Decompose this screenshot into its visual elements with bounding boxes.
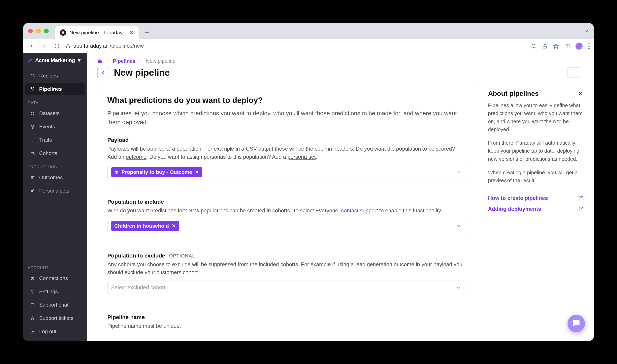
sliders-icon <box>30 175 36 180</box>
how-to-create-link[interactable]: How to create pipelines <box>488 195 583 201</box>
sidepanel-icon[interactable] <box>564 43 570 49</box>
svg-marker-4 <box>554 44 558 48</box>
zoom-icon[interactable] <box>531 43 537 49</box>
contact-support-link[interactable]: contact support <box>341 208 378 214</box>
close-window-button[interactable] <box>28 29 33 33</box>
new-tab-button[interactable]: ＋ <box>143 27 150 37</box>
payload-select[interactable]: Propensity to buy - Outcome ✕ <box>107 165 465 179</box>
adding-deployments-link[interactable]: Adding deployments <box>488 206 583 212</box>
close-panel-button[interactable]: ✕ <box>578 90 583 97</box>
browser-menu-icon[interactable] <box>588 43 590 49</box>
chevron-down-icon <box>456 170 461 175</box>
back-button[interactable] <box>97 67 109 78</box>
tab-overflow-icon[interactable] <box>583 28 589 34</box>
svg-point-44 <box>118 171 118 171</box>
caret-down-icon: ▾ <box>78 57 80 63</box>
filter-icon <box>30 138 36 142</box>
sidebar-item-cohorts[interactable]: Cohorts <box>25 147 85 159</box>
globe-icon <box>30 316 36 321</box>
sidebar-item-pipelines[interactable]: Pipelines <box>25 83 85 95</box>
favicon-icon: // <box>60 29 66 36</box>
chevron-down-icon <box>456 223 461 229</box>
breadcrumb-pipelines[interactable]: Pipelines <box>113 58 136 64</box>
about-panel: About pipelines ✕ Pipelines allow you to… <box>488 86 583 341</box>
browser-toolbar: app.faraday.ai/pipelines/new <box>23 39 594 53</box>
chevron-right-icon: › <box>107 58 108 64</box>
share-icon[interactable] <box>542 43 548 49</box>
window-controls <box>28 29 49 33</box>
about-p2: From there, Faraday will automatically k… <box>488 139 583 163</box>
sidebar-item-logout[interactable]: Log out <box>25 326 85 337</box>
svg-rect-19 <box>31 114 32 115</box>
include-chip[interactable]: Children in household ✕ <box>111 221 179 231</box>
nav-back-button[interactable] <box>27 42 36 51</box>
chat-icon <box>30 303 36 307</box>
logout-icon <box>30 329 36 334</box>
svg-rect-17 <box>31 112 32 113</box>
sidebar-item-recipes[interactable]: Recipes <box>25 70 85 82</box>
include-select[interactable]: Children in household ✕ <box>107 219 465 233</box>
svg-marker-21 <box>31 125 34 127</box>
lock-icon <box>66 43 71 49</box>
svg-point-25 <box>31 152 33 153</box>
sidebar-item-persona-sets[interactable]: Persona sets <box>25 185 85 197</box>
chip-label: Propensity to buy - Outcome <box>121 169 192 175</box>
browser-tab[interactable]: // New pipeline - Faraday ✕ <box>55 26 139 39</box>
reload-button[interactable] <box>53 42 61 51</box>
org-switcher[interactable]: Acme Marketing ▾ <box>23 53 87 67</box>
home-icon[interactable] <box>97 59 102 64</box>
remove-chip-icon[interactable]: ✕ <box>195 169 199 175</box>
svg-point-43 <box>116 172 117 173</box>
nav-forward-button[interactable] <box>40 42 49 51</box>
nav-label: Recipes <box>39 73 58 79</box>
gear-icon <box>30 289 36 294</box>
sidebar-item-traits[interactable]: Traits <box>25 134 85 146</box>
sidebar-item-settings[interactable]: Settings <box>25 286 85 298</box>
remove-chip-icon[interactable]: ✕ <box>171 223 176 229</box>
nav-label: Outcomes <box>39 174 63 181</box>
sidebar-item-outcomes[interactable]: Outcomes <box>25 172 85 183</box>
page-title: New pipeline <box>114 67 170 78</box>
breadcrumb: › Pipelines › New pipeline <box>97 58 581 64</box>
sliders-icon <box>114 170 119 174</box>
form-heading: What predictions do you want to deploy? <box>107 96 465 105</box>
nav-label: Persona sets <box>39 188 69 194</box>
chat-fab[interactable] <box>567 315 585 332</box>
nav-section-predictions: PREDICTIONS <box>23 160 87 171</box>
about-title: About pipelines <box>488 90 539 97</box>
chevron-right-icon: › <box>140 58 142 64</box>
url-host: app.faraday.ai <box>73 43 107 49</box>
exclude-select[interactable]: Select excluded cohort <box>107 281 465 295</box>
payload-chip[interactable]: Propensity to buy - Outcome ✕ <box>111 167 202 177</box>
nav-label: Support chat <box>39 302 68 308</box>
more-actions-button[interactable]: ⋯ <box>567 67 581 78</box>
svg-rect-0 <box>66 46 69 48</box>
svg-point-12 <box>31 75 32 75</box>
sidebar-item-connections[interactable]: Connections <box>25 273 85 284</box>
svg-point-31 <box>32 178 33 179</box>
outcome-link[interactable]: outcome <box>126 154 146 160</box>
bookmark-icon[interactable] <box>553 43 559 49</box>
sidebar-item-support-tickets[interactable]: Support tickets <box>25 312 85 324</box>
external-link-icon <box>579 196 583 200</box>
sidebar-item-events[interactable]: Events <box>25 121 85 132</box>
svg-point-30 <box>31 176 32 177</box>
layers-icon <box>30 125 36 129</box>
breadcrumb-current: New pipeline <box>146 58 176 64</box>
maximize-window-button[interactable] <box>44 29 49 33</box>
chevron-down-icon <box>456 285 461 290</box>
sidebar-item-datasets[interactable]: Datasets <box>25 107 85 119</box>
minimize-window-button[interactable] <box>36 29 41 33</box>
payload-help: Payloads will be applied to a population… <box>107 145 465 161</box>
persona-set-link[interactable]: persona set <box>288 154 316 160</box>
sidebar-item-support-chat[interactable]: Support chat <box>25 299 85 311</box>
nav-label: Connections <box>39 275 68 281</box>
address-bar[interactable]: app.faraday.ai/pipelines/new <box>66 43 527 49</box>
exclude-help: Any cohorts you choose to exclude will b… <box>107 260 465 277</box>
close-tab-button[interactable]: ✕ <box>129 29 134 36</box>
profile-avatar[interactable] <box>576 42 583 50</box>
cohorts-link[interactable]: cohorts <box>272 208 290 214</box>
payload-label: Payload <box>107 137 465 143</box>
about-p1: Pipelines allow you to easily define wha… <box>488 101 583 133</box>
form-intro: Pipelines let you choose which predictio… <box>107 109 465 127</box>
